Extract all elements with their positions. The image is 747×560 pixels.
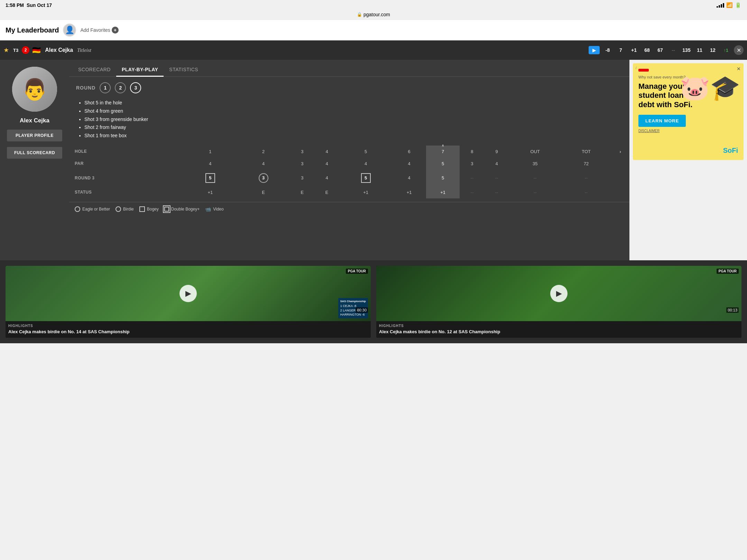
scorecard-section: HOLE 1 2 3 4 5 6 ∧ 7 8 9 OUT [69, 146, 629, 202]
full-scorecard-button[interactable]: FULL SCORECARD [7, 147, 62, 159]
player-profile-button[interactable]: PLAYER PROFILE [7, 130, 62, 141]
video-card-1[interactable]: PGA TOUR ▶ SAS Championship 1 CEJKA -8 2… [6, 266, 371, 338]
ad-disclaimer[interactable]: DISCLAIMER [638, 129, 738, 133]
hole-7-header: ∧ 7 [426, 146, 460, 158]
signal-icon [717, 3, 724, 8]
pga-badge-1: PGA TOUR [346, 269, 368, 274]
next-arrow-cell[interactable]: › [611, 146, 629, 158]
hole-label: HOLE [69, 146, 184, 158]
play-button-1[interactable]: ▶ [179, 285, 197, 302]
close-button[interactable]: ✕ [734, 45, 744, 55]
hole-5: 5 [339, 146, 393, 158]
s-h5: +1 [339, 186, 393, 198]
player-holes1: 11 [694, 47, 705, 53]
player-round1: 68 [642, 47, 652, 53]
pga-badge-2: PGA TOUR [717, 269, 739, 274]
tab-scorecard[interactable]: SCORECARD [73, 63, 116, 76]
battery-icon: 🔋 [735, 2, 741, 8]
r3-h7: 5 [426, 170, 460, 186]
ad-close-icon[interactable]: ✕ [737, 66, 741, 72]
player-avatar: 👨 [12, 67, 57, 112]
r3-h1: 5 [184, 170, 237, 186]
player-name-banner: Alex Cejka [45, 47, 73, 53]
avatar: 👤 [63, 24, 76, 37]
add-favorites-button[interactable]: Add Favorites + [80, 27, 118, 34]
video-icon[interactable]: ▶ [589, 46, 600, 54]
player-score: -8 [602, 47, 613, 53]
video-title-2: Alex Cejka makes birdie on No. 12 at SAS… [379, 329, 739, 335]
shot-1: Shot 1 from tee box [84, 132, 622, 140]
round-2-button[interactable]: 2 [115, 82, 126, 93]
piggy-icon: 🐷🎓 [680, 74, 740, 102]
r3-out: -- [509, 170, 561, 186]
status-time: 1:58 PM [6, 2, 24, 8]
shot-4: Shot 4 from green [84, 107, 622, 115]
url-text: pgatour.com [363, 12, 390, 17]
status-row: STATUS +1 E E E +1 +1 +1 -- -- -- -- [69, 186, 629, 198]
video-thumb-1: PGA TOUR ▶ SAS Championship 1 CEJKA -8 2… [6, 266, 371, 321]
ad-cta-button[interactable]: LEARN MORE [638, 115, 686, 127]
s-h4: E [315, 186, 339, 198]
r3-h3: 3 [290, 170, 314, 186]
shot-5: Shot 5 in the hole [84, 99, 622, 107]
r3-h5: 5 [339, 170, 393, 186]
video-label: Video [213, 207, 223, 212]
r3-h9: -- [484, 170, 509, 186]
tabs: SCORECARD PLAY-BY-PLAY STATISTICS [69, 63, 629, 77]
hole-tot: TOT [561, 146, 611, 158]
s-h1: +1 [184, 186, 237, 198]
hole-4: 4 [315, 146, 339, 158]
strokes-back-badge: 2 [22, 46, 29, 54]
pbp-content: ROUND 1 2 3 Shot 5 in the hole Shot 4 fr… [69, 77, 629, 146]
ad-panel: i ✕ Why not save every month? Manage you… [629, 60, 747, 260]
videos-section: PGA TOUR ▶ SAS Championship 1 CEJKA -8 2… [0, 260, 747, 343]
player-holes2: 12 [708, 47, 718, 53]
shot-3: Shot 3 from greenside bunker [84, 115, 622, 124]
r3-h8: -- [460, 170, 484, 186]
player-dash: -- [668, 47, 679, 53]
score-table: HOLE 1 2 3 4 5 6 ∧ 7 8 9 OUT [69, 146, 629, 198]
round3-label: ROUND 3 [69, 170, 184, 186]
leaderboard-title: My Leaderboard [6, 26, 59, 34]
ad-badge [638, 69, 649, 72]
hole-out: OUT [509, 146, 561, 158]
left-panel: 👨 Alex Cejka PLAYER PROFILE FULL SCORECA… [0, 60, 69, 260]
video-card-2[interactable]: PGA TOUR ▶ 00:13 HIGHLIGHTS Alex Cejka m… [376, 266, 741, 338]
holes-row: HOLE 1 2 3 4 5 6 ∧ 7 8 9 OUT [69, 146, 629, 158]
status-bar: 1:58 PM Sun Oct 17 📶 🔋 [0, 0, 747, 10]
round3-row: ROUND 3 5 3 3 4 5 4 5 -- -- -- -- [69, 170, 629, 186]
tab-play-by-play[interactable]: PLAY-BY-PLAY [116, 63, 164, 76]
s-h2: E [237, 186, 290, 198]
hole-9: 9 [484, 146, 509, 158]
s-h9: -- [484, 186, 509, 198]
star-icon: ★ [3, 46, 9, 54]
video-tag-2: HIGHLIGHTS [379, 324, 739, 328]
video-duration-1: 00:30 [356, 307, 368, 313]
hole-1: 1 [184, 146, 237, 158]
video-info-1: HIGHLIGHTS Alex Cejka makes birdie on No… [6, 321, 371, 338]
player-name-left: Alex Cejka [20, 117, 49, 124]
add-favorites-label: Add Favorites [80, 27, 110, 33]
play-button-2[interactable]: ▶ [550, 285, 568, 302]
legend-video: 📹 Video [205, 206, 223, 212]
s-out: -- [509, 186, 561, 198]
country-flag: 🇩🇪 [32, 46, 41, 54]
player-stat2: +1 [629, 47, 639, 53]
player-total: 135 [681, 47, 692, 53]
tab-statistics[interactable]: STATISTICS [164, 63, 204, 76]
birdie-label: Birdie [123, 207, 134, 212]
round-selector: ROUND 1 2 3 [76, 82, 622, 93]
s-h6: +1 [392, 186, 426, 198]
player-banner: ★ T3 2 🇩🇪 Alex Cejka Titleist ▶ -8 7 +1 … [0, 40, 747, 60]
hole-2: 2 [237, 146, 290, 158]
round-3-button[interactable]: 3 [130, 82, 141, 93]
shot-list: Shot 5 in the hole Shot 4 from green Sho… [76, 99, 622, 140]
r3-h4: 4 [315, 170, 339, 186]
legend-bogey: Bogey [139, 206, 159, 212]
r3-h2: 3 [237, 170, 290, 186]
leaderboard-header: My Leaderboard 👤 Add Favorites + [0, 20, 747, 40]
round-1-button[interactable]: 1 [100, 82, 111, 93]
player-round2: 67 [655, 47, 665, 53]
status-date: Sun Oct 17 [27, 2, 52, 8]
video-thumb-2: PGA TOUR ▶ [376, 266, 741, 321]
